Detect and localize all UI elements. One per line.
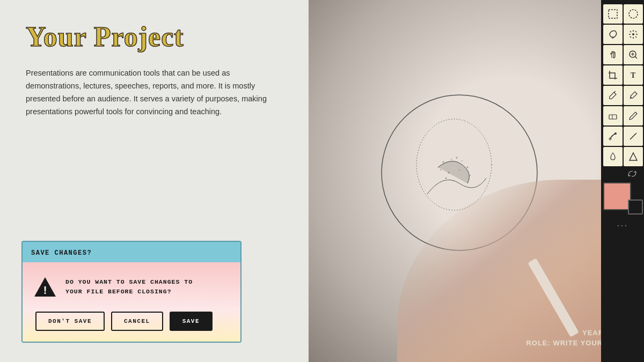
svg-point-6 — [456, 157, 458, 158]
zoom-tool[interactable] — [624, 45, 643, 64]
type-tool[interactable]: T — [624, 65, 643, 85]
svg-rect-15 — [609, 10, 617, 18]
color-swatch-area — [603, 182, 644, 215]
svg-rect-34 — [609, 115, 617, 119]
svg-point-16 — [629, 10, 638, 18]
toolbar: T — [601, 0, 644, 362]
page-title: Your Project — [26, 21, 283, 52]
dialog-title: SAVE CHANGES? — [31, 249, 92, 257]
svg-text:!: ! — [43, 284, 47, 296]
svg-point-37 — [614, 132, 617, 135]
svg-marker-39 — [630, 153, 637, 160]
pen-tool[interactable] — [603, 127, 623, 146]
eraser-tool[interactable] — [603, 106, 623, 125]
dialog-content: ! DO YOU WANT TO SAVE CHANGES TO YOUR FI… — [33, 275, 230, 299]
dialog-buttons: DON'T SAVE CANCEL SAVE — [33, 312, 230, 331]
dialog-header: SAVE CHANGES? — [23, 242, 240, 262]
toolbar-more[interactable]: ... — [603, 216, 642, 229]
svg-text:T: T — [631, 71, 636, 79]
warning-icon: ! — [33, 275, 57, 299]
line-tool[interactable] — [624, 127, 643, 146]
drop-tool[interactable] — [603, 147, 623, 166]
svg-point-8 — [440, 169, 441, 171]
svg-line-32 — [614, 91, 616, 92]
dialog-body: ! DO YOU WANT TO SAVE CHANGES TO YOUR FI… — [23, 262, 240, 342]
hand-tool[interactable] — [603, 45, 623, 64]
svg-line-25 — [630, 36, 631, 38]
description-text: Presentations are communication tools th… — [26, 67, 273, 119]
svg-point-14 — [453, 180, 455, 181]
svg-line-23 — [635, 36, 636, 38]
ellipse-select-tool[interactable] — [624, 4, 643, 24]
magic-wand-tool[interactable] — [624, 25, 643, 44]
cancel-button[interactable]: CANCEL — [111, 312, 163, 331]
shape-tool[interactable] — [624, 147, 643, 166]
dialog-message: DO YOU WANT TO SAVE CHANGES TO YOUR FILE… — [65, 277, 193, 297]
svg-line-22 — [630, 31, 631, 32]
photo-background: YEAR: 2022 ROLE: WRITE YOUR ROLE — [309, 0, 644, 362]
more-tools-icon: ... — [617, 218, 628, 229]
pencil-tool[interactable] — [624, 106, 643, 125]
svg-point-26 — [632, 33, 634, 35]
svg-line-28 — [635, 57, 638, 59]
svg-point-11 — [467, 166, 469, 168]
toolbar-grid: T — [603, 4, 642, 166]
eyedropper-tool[interactable] — [624, 86, 643, 105]
svg-point-4 — [443, 161, 444, 162]
svg-point-10 — [459, 169, 460, 171]
svg-line-24 — [635, 31, 636, 32]
svg-point-12 — [470, 175, 471, 176]
secondary-color-swatch[interactable] — [628, 200, 643, 215]
primary-color-swatch[interactable] — [603, 182, 631, 210]
svg-point-9 — [448, 172, 450, 173]
crop-tool[interactable] — [603, 65, 623, 85]
right-panel: YEAR: 2022 ROLE: WRITE YOUR ROLE — [309, 0, 644, 362]
svg-point-5 — [451, 159, 452, 160]
save-dialog: SAVE CHANGES? ! DO YOU WANT TO SAVE CHAN… — [21, 241, 241, 343]
svg-line-38 — [630, 133, 636, 139]
brush-tool[interactable] — [603, 86, 623, 105]
lasso-tool[interactable] — [603, 25, 623, 44]
svg-point-7 — [462, 160, 463, 161]
save-button[interactable]: SAVE — [170, 312, 213, 331]
swap-icon — [623, 168, 642, 179]
svg-point-13 — [445, 177, 447, 179]
left-panel: Your Project Presentations are communica… — [0, 0, 309, 362]
rect-select-tool[interactable] — [603, 4, 623, 24]
dont-save-button[interactable]: DON'T SAVE — [35, 312, 105, 331]
